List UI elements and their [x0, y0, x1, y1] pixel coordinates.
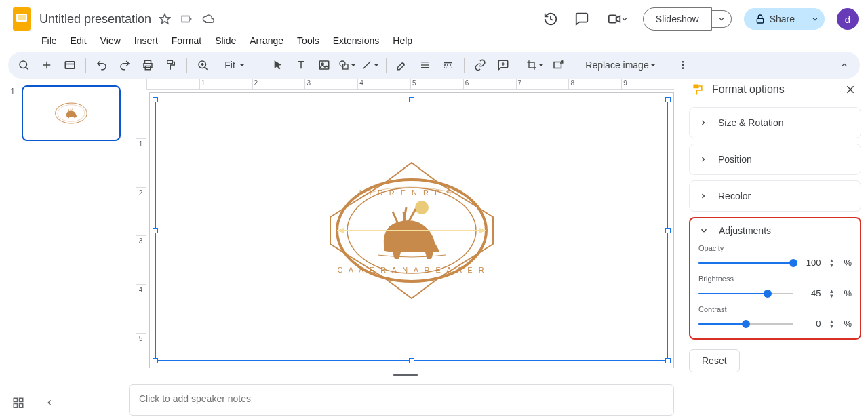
svg-point-39	[682, 67, 684, 69]
adjustments-label: Adjustments	[719, 225, 771, 236]
svg-rect-55	[20, 398, 23, 401]
section-recolor[interactable]: Recolor	[690, 181, 861, 211]
menu-edit[interactable]: Edit	[64, 34, 93, 47]
slideshow-dropdown[interactable]	[712, 10, 732, 28]
menu-file[interactable]: File	[35, 34, 63, 47]
opacity-slider[interactable]	[698, 258, 793, 268]
section-position[interactable]: Position	[690, 144, 861, 174]
notes-resize-grip[interactable]	[393, 374, 418, 376]
svg-text:C A A E R A N  A R E A A E R: C A A E R A N A R E A A E R	[337, 266, 486, 274]
svg-rect-6	[757, 18, 763, 23]
handle-ml[interactable]	[153, 228, 158, 233]
border-dash-icon[interactable]	[438, 55, 458, 75]
svg-rect-36	[554, 62, 561, 68]
handle-mr[interactable]	[665, 228, 671, 233]
share-dropdown[interactable]	[806, 11, 825, 27]
format-options-icon	[690, 82, 705, 97]
svg-rect-4	[609, 16, 616, 23]
toolbar: Fit Replace image	[8, 52, 860, 79]
handle-tm[interactable]	[409, 97, 414, 102]
menu-slide[interactable]: Slide	[209, 34, 242, 47]
contrast-stepper[interactable]: ▲▼	[829, 319, 835, 329]
star-icon[interactable]	[158, 12, 172, 26]
reset-button[interactable]: Reset	[689, 349, 740, 372]
search-menus-icon[interactable]	[14, 55, 34, 75]
menu-format[interactable]: Format	[165, 34, 208, 47]
reset-image-icon[interactable]	[548, 55, 568, 75]
unit-label: %	[844, 319, 852, 329]
comment-add-icon[interactable]	[493, 55, 513, 75]
undo-icon[interactable]	[92, 55, 112, 75]
layout-icon[interactable]	[60, 55, 80, 75]
menu-extensions[interactable]: Extensions	[327, 34, 385, 47]
contrast-value[interactable]: 0	[802, 319, 821, 329]
menu-arrange[interactable]: Arrange	[243, 34, 290, 47]
handle-bl[interactable]	[153, 358, 158, 363]
line-icon[interactable]	[360, 55, 380, 75]
paint-format-icon[interactable]	[161, 55, 181, 75]
select-tool-icon[interactable]	[268, 55, 288, 75]
menu-help[interactable]: Help	[387, 34, 418, 47]
brightness-stepper[interactable]: ▲▼	[829, 289, 835, 298]
image-icon[interactable]	[314, 55, 334, 75]
svg-rect-56	[14, 404, 17, 408]
svg-rect-54	[14, 398, 17, 401]
replace-image-button[interactable]: Replace image	[580, 55, 661, 75]
explore-grid-icon[interactable]	[9, 394, 27, 412]
svg-rect-2	[18, 15, 26, 20]
brightness-value[interactable]: 45	[802, 288, 821, 298]
contrast-label: Contrast	[698, 305, 852, 313]
textbox-icon[interactable]	[291, 55, 311, 75]
slide-number: 1	[9, 87, 15, 416]
opacity-stepper[interactable]: ▲▼	[829, 258, 835, 268]
account-avatar[interactable]: d	[837, 8, 859, 30]
history-icon[interactable]	[541, 9, 560, 28]
close-panel-icon[interactable]	[842, 81, 859, 98]
crop-icon[interactable]	[525, 55, 545, 75]
new-slide-icon[interactable]	[37, 55, 57, 75]
meet-icon[interactable]	[604, 9, 631, 28]
zoom-select[interactable]: Fit	[216, 55, 256, 75]
svg-point-38	[682, 64, 684, 66]
print-icon[interactable]	[138, 55, 158, 75]
speaker-notes[interactable]: Click to add speaker notes	[129, 384, 674, 416]
section-label: Size & Rotation	[718, 117, 784, 128]
redo-icon[interactable]	[115, 55, 135, 75]
brightness-slider[interactable]	[698, 289, 793, 298]
menu-insert[interactable]: Insert	[128, 34, 164, 47]
zoom-icon[interactable]	[193, 55, 213, 75]
link-icon[interactable]	[470, 55, 490, 75]
slideshow-button[interactable]: Slideshow	[643, 7, 712, 31]
cloud-status-icon[interactable]	[201, 12, 215, 26]
handle-tl[interactable]	[153, 97, 158, 102]
doc-title[interactable]: Untitled presentation	[39, 12, 151, 26]
svg-marker-5	[616, 16, 620, 22]
opacity-value[interactable]: 100	[802, 258, 821, 268]
comments-icon[interactable]	[572, 9, 591, 28]
format-options-title: Format options	[712, 83, 785, 96]
menu-view[interactable]: View	[94, 34, 127, 47]
handle-tr[interactable]	[665, 97, 671, 102]
collapse-toolbar-icon[interactable]	[834, 55, 854, 75]
menu-tools[interactable]: Tools	[291, 34, 326, 47]
shape-icon[interactable]	[337, 55, 357, 75]
contrast-slider[interactable]	[698, 319, 793, 329]
slide-thumb-1[interactable]	[22, 85, 121, 141]
share-button[interactable]: Share	[744, 8, 806, 30]
slide-canvas[interactable]: L I R R E N R E S E C A A E R A N A R E …	[149, 92, 674, 368]
more-icon[interactable]	[673, 55, 693, 75]
move-icon[interactable]	[180, 12, 193, 26]
slide-image[interactable]: L I R R E N R E S E C A A E R A N A R E …	[303, 156, 520, 305]
section-size-rotation[interactable]: Size & Rotation	[690, 108, 861, 138]
slides-logo[interactable]	[9, 7, 34, 31]
handle-bm[interactable]	[409, 358, 414, 363]
prev-slide-icon[interactable]	[41, 394, 58, 412]
border-weight-icon[interactable]	[415, 55, 435, 75]
zoom-label: Fit	[224, 60, 235, 71]
chevron-down-icon[interactable]	[698, 225, 709, 236]
border-color-icon[interactable]	[392, 55, 412, 75]
ruler-vertical: 1 2 3 4 5	[136, 90, 146, 382]
handle-br[interactable]	[665, 358, 671, 363]
svg-rect-57	[20, 404, 23, 408]
chevron-right-icon	[698, 117, 709, 128]
